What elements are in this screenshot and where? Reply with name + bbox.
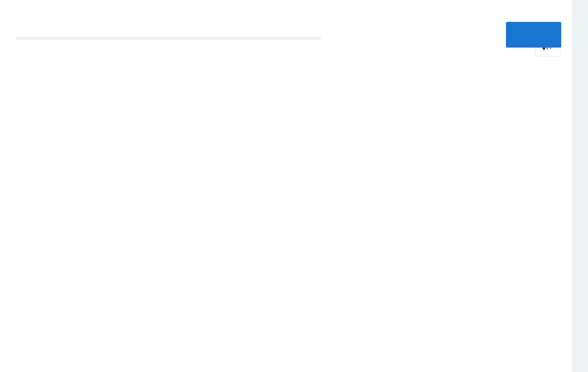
interval-button-group	[16, 37, 321, 40]
add-watchlist-button[interactable]	[506, 22, 561, 48]
candlestick-chart-canvas	[16, 65, 564, 234]
chart-x-axis	[16, 234, 564, 248]
quote-page	[0, 0, 572, 372]
candlestick-chart[interactable]	[16, 65, 564, 248]
chart-toolbar	[16, 37, 563, 57]
